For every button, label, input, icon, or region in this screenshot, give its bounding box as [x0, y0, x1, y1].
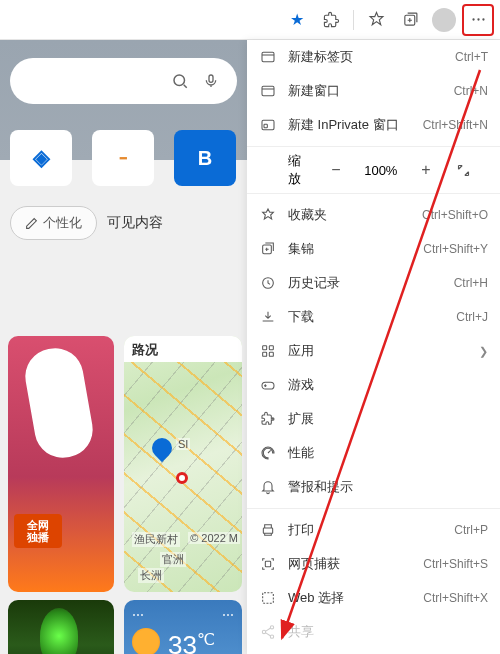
map-label: SI [176, 438, 190, 450]
svg-rect-18 [265, 561, 270, 566]
menu-label: 历史记录 [288, 274, 442, 292]
map-attribution: © 2022 M [188, 532, 240, 544]
menu-performance[interactable]: 性能 [247, 436, 500, 470]
svg-rect-6 [262, 52, 274, 61]
extensions-icon[interactable] [315, 4, 347, 36]
settings-menu: 新建标签页 Ctrl+T 新建窗口 Ctrl+N 新建 InPrivate 窗口… [247, 40, 500, 654]
favorites-toolbar-icon[interactable] [360, 4, 392, 36]
performance-icon [259, 445, 276, 462]
menu-label: 下载 [288, 308, 444, 326]
menu-alerts[interactable]: 警报和提示 [247, 470, 500, 504]
more-menu-button[interactable] [462, 4, 494, 36]
svg-rect-9 [264, 124, 267, 127]
temperature-value: 33 [168, 630, 197, 654]
download-icon [259, 309, 276, 326]
temperature-unit: ℃ [197, 631, 215, 648]
svg-rect-5 [209, 75, 213, 82]
menu-label: 应用 [288, 342, 467, 360]
personalize-button[interactable]: 个性化 [10, 206, 97, 240]
favorites-star-icon[interactable]: ★ [281, 4, 313, 36]
browser-toolbar: ★ [0, 0, 500, 40]
menu-shortcut: Ctrl+J [456, 310, 488, 324]
menu-downloads[interactable]: 下载 Ctrl+J [247, 300, 500, 334]
pencil-icon [25, 217, 38, 230]
sun-icon [132, 628, 160, 654]
menu-label: 性能 [288, 444, 488, 462]
svg-point-1 [472, 18, 474, 20]
mic-icon [203, 73, 219, 89]
page-content: ◈ ━ B 个性化 可见内容 全网独播 路况 SI 渔民新村 © 2022 M … [0, 40, 247, 654]
menu-label: 打印 [288, 521, 442, 539]
menu-zoom: 缩放 − 100% + [247, 151, 500, 189]
print-icon [259, 522, 276, 539]
zoom-label: 缩放 [259, 152, 312, 188]
svg-rect-16 [262, 382, 274, 389]
quick-link-tile[interactable]: ━ [92, 130, 154, 186]
news-card[interactable] [8, 600, 114, 654]
menu-label: 游戏 [288, 376, 488, 394]
menu-label: Web 选择 [288, 589, 411, 607]
menu-history[interactable]: 历史记录 Ctrl+H [247, 266, 500, 300]
search-box[interactable] [10, 58, 237, 104]
menu-favorites[interactable]: 收藏夹 Ctrl+Shift+O [247, 198, 500, 232]
extensions-menu-icon [259, 411, 276, 428]
menu-new-window[interactable]: 新建窗口 Ctrl+N [247, 74, 500, 108]
menu-find[interactable]: 在页面上查找 Ctrl+F [247, 649, 500, 654]
capture-icon [259, 556, 276, 573]
bell-icon [259, 479, 276, 496]
menu-web-select[interactable]: Web 选择 Ctrl+Shift+X [247, 581, 500, 615]
menu-new-tab[interactable]: 新建标签页 Ctrl+T [247, 40, 500, 74]
menu-print[interactable]: 打印 Ctrl+P [247, 513, 500, 547]
menu-label: 警报和提示 [288, 478, 488, 496]
fullscreen-button[interactable] [450, 156, 478, 184]
quick-link-tile[interactable]: B [174, 130, 236, 186]
svg-rect-19 [262, 593, 273, 604]
menu-shortcut: Ctrl+Shift+Y [423, 242, 488, 256]
zoom-out-button[interactable]: − [322, 156, 350, 184]
separator [353, 10, 354, 30]
traffic-card[interactable]: 路况 SI 渔民新村 © 2022 M 官洲 长洲 [124, 336, 242, 592]
news-card[interactable]: 全网独播 [8, 336, 114, 592]
zoom-in-button[interactable]: + [412, 156, 440, 184]
inprivate-icon [259, 117, 276, 134]
map-label: 长洲 [138, 568, 164, 583]
visible-content-label[interactable]: 可见内容 [107, 214, 163, 232]
quick-link-tile[interactable]: ◈ [10, 130, 72, 186]
svg-rect-15 [269, 352, 273, 356]
menu-label: 集锦 [288, 240, 411, 258]
feed-controls: 个性化 可见内容 [0, 192, 247, 254]
zoom-value: 100% [360, 163, 402, 178]
personalize-label: 个性化 [43, 214, 82, 232]
svg-rect-13 [269, 346, 273, 350]
favorites-icon [259, 207, 276, 224]
history-icon [259, 275, 276, 292]
search-icon [171, 72, 189, 90]
new-tab-icon [259, 49, 276, 66]
menu-games[interactable]: 游戏 [247, 368, 500, 402]
weather-card[interactable]: ⋯⋯ 33℃ 清淡 [124, 600, 242, 654]
menu-collections[interactable]: 集锦 Ctrl+Shift+Y [247, 232, 500, 266]
profile-avatar[interactable] [428, 4, 460, 36]
menu-apps[interactable]: 应用 ❯ [247, 334, 500, 368]
menu-shortcut: Ctrl+P [454, 523, 488, 537]
menu-web-capture[interactable]: 网页捕获 Ctrl+Shift+S [247, 547, 500, 581]
svg-point-4 [174, 75, 185, 86]
menu-new-inprivate[interactable]: 新建 InPrivate 窗口 Ctrl+Shift+N [247, 108, 500, 142]
svg-rect-17 [263, 528, 272, 533]
new-window-icon [259, 83, 276, 100]
games-icon [259, 377, 276, 394]
web-select-icon [259, 590, 276, 607]
map-label: 渔民新村 [132, 532, 180, 547]
apps-icon [259, 343, 276, 360]
menu-extensions[interactable]: 扩展 [247, 402, 500, 436]
menu-label: 新建窗口 [288, 82, 442, 100]
menu-shortcut: Ctrl+H [454, 276, 488, 290]
quick-links: ◈ ━ B [0, 122, 247, 192]
menu-share: 共享 [247, 615, 500, 649]
svg-rect-14 [262, 352, 266, 356]
collections-toolbar-icon[interactable] [394, 4, 426, 36]
menu-shortcut: Ctrl+Shift+N [423, 118, 488, 132]
svg-point-3 [482, 18, 484, 20]
menu-shortcut: Ctrl+T [455, 50, 488, 64]
menu-label: 新建标签页 [288, 48, 443, 66]
